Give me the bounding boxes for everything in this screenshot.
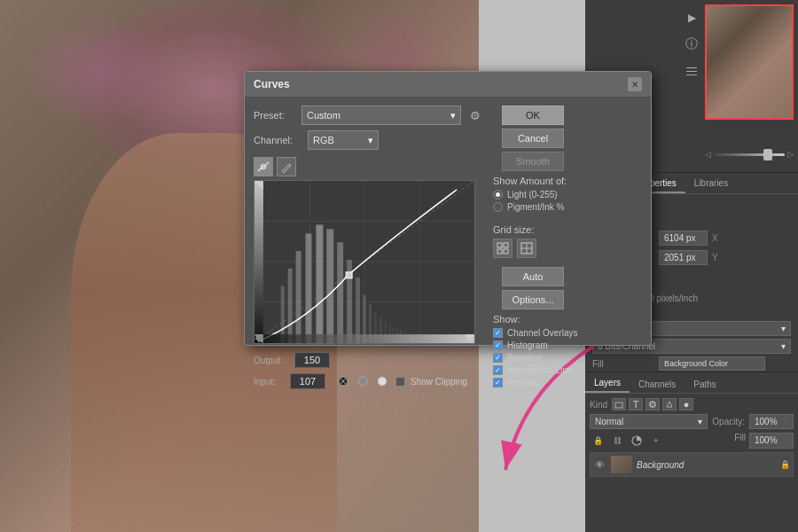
svg-rect-24 [393,326,395,343]
sample-white-icon[interactable] [374,373,390,389]
svg-rect-9 [281,286,285,343]
curve-graph[interactable] [254,180,475,344]
fill-value[interactable]: Background Color [659,356,765,371]
kind-icon-4[interactable] [662,398,677,411]
smooth-button[interactable]: Smooth [502,152,564,171]
sample-black-icon[interactable] [335,373,351,389]
baseline-label: Baseline [507,353,541,363]
show-clipping-label: Show Clipping [411,377,467,387]
show-title: Show: [493,314,642,325]
layer-plus-icon[interactable]: + [648,433,664,449]
layers-panel: Layers Channels Paths Kind T ⚙ [585,372,798,532]
grid-icons-row [493,239,642,258]
svg-rect-49 [686,71,697,72]
grid-size-title: Grid size: [493,224,642,235]
svg-rect-23 [389,324,391,343]
curve-tool-icons [254,157,484,176]
svg-rect-27 [404,332,406,343]
dialog-close-button[interactable]: ✕ [628,77,642,91]
kind-filter-row: Kind T ⚙ ● [590,398,794,411]
curve-pencil-tool[interactable] [277,157,296,176]
cancel-button[interactable]: Cancel [502,129,564,148]
kind-icon-3[interactable]: ⚙ [645,398,660,411]
histogram-row: ✓ Histogram [493,340,642,350]
play-icon[interactable]: ▶ [683,9,700,27]
fill-value[interactable]: 100% [749,433,794,449]
svg-rect-41 [497,243,502,247]
svg-rect-2 [254,181,474,343]
channel-dropdown[interactable]: RGB ▾ [308,130,379,150]
preview-row: ✓ Preview [493,378,642,387]
info-icon[interactable]: ⓘ [683,35,700,53]
auto-button[interactable]: Auto [502,267,564,286]
grid-large-button[interactable] [517,239,536,258]
preset-dropdown[interactable]: Custom ▾ [301,106,461,125]
svg-rect-29 [411,334,414,343]
pigment-radio[interactable] [493,202,503,212]
grid-small-button[interactable] [493,239,512,258]
preview-checkbox[interactable]: ✓ [493,378,503,387]
blend-mode-value: Normal [595,417,623,426]
intersection-label: Intersection Line [507,365,572,375]
baseline-checkbox[interactable]: ✓ [493,353,503,363]
panel-icon-3[interactable] [683,62,700,80]
svg-rect-10 [288,269,293,343]
light-radio-row: Light (0-255) [493,190,642,200]
svg-rect-21 [379,317,382,343]
mode-dropdown-arrow: ▾ [781,324,786,333]
kind-icon-1[interactable] [612,398,626,411]
svg-marker-34 [254,334,263,343]
tab-paths[interactable]: Paths [685,376,725,393]
intersection-checkbox[interactable]: ✓ [493,365,503,375]
opacity-value[interactable]: 100% [749,414,794,429]
svg-rect-17 [356,278,360,343]
opacity-label: Opacity: [712,417,745,426]
svg-rect-33 [254,334,474,343]
flower-blob-2 [18,18,177,124]
channel-dropdown-arrow: ▾ [368,135,373,146]
preview-label: Preview [507,378,539,387]
curves-right: OK Cancel Smooth Show Amount of: Light (… [493,106,642,338]
tab-libraries[interactable]: Libraries [685,175,737,193]
width-value[interactable]: 6104 px [659,231,708,246]
layer-lock: 🔒 [778,458,791,471]
input-value[interactable]: 107 [290,373,325,389]
baseline-row: ✓ Baseline [493,353,642,363]
sample-gray-icon[interactable] [355,373,371,389]
dialog-title: Curves [254,78,290,90]
channel-value: RGB [313,135,334,145]
height-value[interactable]: 2051 px [659,250,708,265]
layer-opacity-icon[interactable] [629,433,645,449]
preset-gear-icon[interactable]: ⚙ [466,106,484,124]
svg-rect-50 [686,74,697,75]
layer-lock-icon[interactable]: 🔒 [590,433,606,449]
layers-content: Kind T ⚙ ● Normal ▾ [585,394,798,481]
intersection-row: ✓ Intersection Line [493,365,642,375]
ok-button[interactable]: OK [502,106,564,125]
light-radio[interactable] [493,190,503,200]
kind-icon-5[interactable]: ● [679,398,693,411]
show-section: Show: ✓ Channel Overlays ✓ Histogram ✓ B… [493,314,642,390]
pigment-radio-row: Pigment/Ink % [493,202,642,212]
curve-point-tool[interactable] [254,157,273,176]
options-button[interactable]: Options... [502,290,564,309]
histogram-checkbox[interactable]: ✓ [493,340,503,350]
svg-rect-20 [374,312,377,343]
blend-mode-dropdown[interactable]: Normal ▾ [590,414,708,429]
show-clipping-checkbox[interactable] [395,377,405,387]
layer-visibility-toggle[interactable]: 👁 [592,458,606,472]
channel-overlays-checkbox[interactable]: ✓ [493,328,503,338]
svg-line-30 [254,181,474,343]
thumbnail-image [705,4,794,120]
svg-rect-43 [497,249,502,254]
sample-icons [335,373,390,389]
layer-chain-icon[interactable]: ⛓ [609,433,625,449]
kind-label: Kind [590,400,607,410]
preset-value: Custom [307,110,340,121]
x-label: X [712,233,718,243]
svg-point-40 [378,377,387,386]
layer-name: Background [637,460,774,470]
output-value[interactable]: 150 [294,352,330,368]
kind-icon-2[interactable]: T [629,398,643,411]
svg-rect-13 [316,224,323,343]
